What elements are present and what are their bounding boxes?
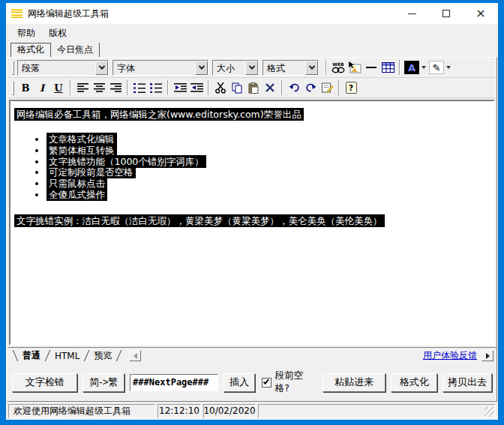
space-before-checkbox[interactable] [262,378,272,388]
help-icon: ? [346,82,357,94]
bullet-list-button[interactable] [148,79,164,96]
table-icon [382,62,394,73]
view-tab-strip: 普通 HTML 预览 用户体验反馈 [8,347,496,364]
bullet-list-icon [150,83,162,93]
tab-divider [13,350,19,361]
page-tab-strip: 格式化 今日焦点 [6,42,498,57]
copy-out-button[interactable]: 拷贝出去 [442,373,492,392]
feature-bullet: 文字挑错功能（1000个错别字词库） [46,157,490,167]
toolbar-separator [326,60,327,75]
copy-icon [232,82,242,94]
web-link-icon: WEB [332,62,345,73]
format-dropdown[interactable]: 格式 [262,60,319,76]
space-before-option: 段前空格? [262,370,317,395]
delete-button[interactable] [262,79,278,96]
toolbar-grip[interactable] [12,61,14,75]
resize-grip[interactable] [484,407,494,417]
help-button[interactable]: ? [343,79,359,96]
toolbar-separator [338,80,340,95]
size-dropdown[interactable]: 大小 [212,60,259,76]
indent-icon [190,83,203,92]
check-text-button[interactable]: 文字检错 [12,373,77,392]
align-right-icon [110,83,122,92]
chevron-down-icon[interactable] [95,61,108,75]
view-tab-normal[interactable]: 普通 [21,349,42,363]
view-tab-html[interactable]: HTML [53,350,81,362]
toolbar-separator [208,80,209,95]
editor-headline: 网络编辑必备工具箱，网络编辑之家(www.editorsky.com)荣誉出品 [14,109,490,121]
font-color-button[interactable]: A [404,59,420,76]
format-toolbar: 段落 字体 大小 格式 WEB [8,58,496,78]
simplified-to-traditional-button[interactable]: 简->繁 [82,373,124,392]
feature-bullet: 繁简体相互转换 [46,145,490,156]
status-welcome: 欢迎使用网络编辑超级工具箱 [8,404,155,418]
feature-list: 文章格式化编辑 繁简体相互转换 文字挑错功能（1000个错别字词库） 可定制段前… [46,134,490,200]
highlight-dropdown-arrow[interactable] [446,66,451,69]
editor-area[interactable]: 网络编辑必备工具箱，网络编辑之家(www.editorsky.com)荣誉出品 … [9,100,495,346]
image-icon [348,61,362,73]
bold-button[interactable]: B [17,79,34,96]
toolbar-separator [127,80,128,95]
paste-button[interactable] [245,79,262,96]
tab-scroll-left-button[interactable] [129,350,141,361]
insert-button[interactable]: 插入 [224,373,255,392]
insert-weblink-button[interactable]: WEB [330,59,346,76]
align-center-icon [94,83,105,92]
toolbar-separator [70,80,71,95]
chevron-down-icon[interactable] [195,61,208,75]
insert-image-button[interactable] [346,59,363,76]
edit-note-icon [322,82,333,93]
clipboard-icon [248,82,259,94]
font-dropdown[interactable]: 字体 [112,60,208,76]
align-center-button[interactable] [91,79,107,96]
maximize-button[interactable] [429,3,464,24]
nextpage-input[interactable] [130,374,218,391]
menu-help[interactable]: 帮助 [10,25,42,42]
paste-in-button[interactable]: 粘贴进来 [322,373,386,392]
undo-button[interactable] [286,79,302,96]
indent-button[interactable] [188,79,205,96]
paragraph-dropdown[interactable]: 段落 [17,60,109,76]
action-button-bar: 文字检错 简->繁 插入 段前空格? 粘贴进来 格式化 拷贝出去 [8,364,496,401]
horizontal-rule-icon [366,66,376,69]
feature-bullet: 可定制段前是否空格 [46,167,490,178]
font-color-dropdown-arrow[interactable] [422,66,426,69]
italic-button[interactable]: I [34,79,50,96]
insert-table-button[interactable] [380,59,396,76]
highlight-pen-button[interactable]: ✎ [428,59,445,76]
arrow-right-icon [486,353,490,359]
tab-divider [116,350,122,361]
status-bar: 欢迎使用网络编辑超级工具箱 12:12:10 10/02/2020 [6,402,498,420]
checkmark-icon [263,378,269,385]
toolbar-grip[interactable] [12,81,14,95]
feature-bullet: 只需鼠标点击 [46,178,490,189]
chevron-down-icon[interactable] [305,61,318,75]
tab-divider [45,350,51,361]
align-right-button[interactable] [107,79,124,96]
format-button[interactable]: 格式化 [391,373,437,392]
tab-today-focus[interactable]: 今日焦点 [51,43,100,57]
status-time: 12:12:10 [158,404,201,418]
view-tab-preview[interactable]: 预览 [92,349,113,363]
cut-button[interactable] [212,79,229,96]
close-icon: × [476,7,485,19]
tab-formatting[interactable]: 格式化 [10,43,51,57]
app-icon [11,9,22,19]
title-bar: 网络编辑超级工具箱 × [6,3,498,24]
chevron-down-icon[interactable] [245,61,258,75]
underline-button[interactable]: U [50,79,67,96]
menu-copyright[interactable]: 版权 [42,25,74,42]
minimize-button[interactable] [394,3,429,24]
ordered-list-button[interactable] [131,79,148,96]
edit-note-button[interactable] [319,79,335,96]
outdent-button[interactable] [172,79,188,96]
feedback-link[interactable]: 用户体验反馈 [423,349,477,362]
close-button[interactable]: × [464,3,498,24]
align-left-button[interactable] [74,79,91,96]
feature-bullet: 文章格式化编辑 [46,134,490,145]
tab-scroll-right-button[interactable] [482,350,494,361]
copy-button[interactable] [229,79,245,96]
insert-hr-button[interactable] [363,59,380,76]
redo-button[interactable] [302,79,319,96]
delete-x-icon [266,83,274,92]
